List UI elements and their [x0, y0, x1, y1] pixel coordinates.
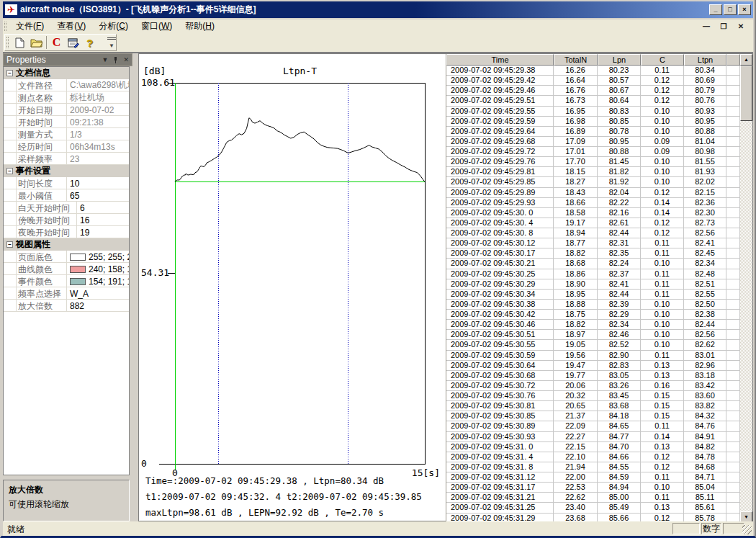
table-row[interactable]: 2009-07-02 09:45:29.4216.6480.570.1280.6… [446, 76, 740, 86]
column-header-totaln[interactable]: TotalN [554, 54, 598, 66]
scroll-up-button[interactable]: ▲ [740, 54, 752, 66]
column-header-filler[interactable] [726, 54, 740, 66]
table-row[interactable]: 2009-07-02 09:45:30. 419.1782.610.1282.7… [446, 218, 740, 228]
color-swatch-icon[interactable] [70, 266, 86, 273]
properties-header[interactable]: Properties ▼ ✕ [3, 53, 132, 66]
table-row[interactable]: 2009-07-02 09:45:30.2918.9082.410.1182.5… [446, 279, 740, 290]
panel-menu-icon[interactable]: ▼ [102, 56, 109, 63]
property-value[interactable]: 65 [67, 189, 129, 201]
table-row[interactable]: 2009-07-02 09:45:29.9318.6682.220.1482.3… [446, 198, 740, 208]
menu-item-1[interactable]: 查看(V) [50, 19, 92, 32]
table-row[interactable]: 2009-07-02 09:45:30.6819.7783.050.1383.1… [446, 371, 740, 381]
minimize-button[interactable]: _ [709, 4, 722, 15]
table-row[interactable]: 2009-07-02 09:45:31. 422.1084.660.1284.7… [446, 452, 740, 462]
table-row[interactable]: 2009-07-02 09:45:30.7220.0683.260.1683.4… [446, 381, 740, 391]
color-swatch-icon[interactable] [70, 278, 86, 285]
table-row[interactable]: 2009-07-02 09:45:30.5118.9782.460.1082.5… [446, 330, 740, 340]
table-row[interactable]: 2009-07-02 09:45:29.5516.9580.830.1080.9… [446, 107, 740, 117]
property-value[interactable]: 栎社机场 [67, 91, 129, 103]
column-header-ltpn[interactable]: Ltpn [684, 54, 726, 66]
toolbar-grip[interactable] [6, 37, 9, 48]
mdi-minimize-button[interactable]: — [701, 22, 711, 30]
property-value[interactable]: 255; 255; 255 [67, 251, 129, 262]
table-row[interactable]: 2009-07-02 09:45:30.4218.7582.290.1082.3… [446, 310, 740, 320]
property-value[interactable]: 154; 191; 187 [67, 275, 129, 287]
table-row[interactable]: 2009-07-02 09:45:30.3418.9582.440.1182.5… [446, 290, 740, 300]
menu-item-3[interactable]: 窗口(W) [135, 19, 179, 32]
table-row[interactable]: 2009-07-02 09:45:30. 018.5882.160.1482.3… [446, 208, 740, 218]
table-row[interactable]: 2009-07-02 09:45:30.9322.2784.770.1484.9… [446, 432, 740, 442]
table-row[interactable]: 2009-07-02 09:45:30.8521.3784.180.1584.3… [446, 411, 740, 421]
table-row[interactable]: 2009-07-02 09:45:30.7620.3283.450.1583.6… [446, 391, 740, 401]
property-value[interactable]: 6 [77, 202, 129, 213]
table-row[interactable]: 2009-07-02 09:45:29.5916.9880.850.1080.9… [446, 117, 740, 127]
property-value[interactable]: 1/3 [67, 128, 129, 140]
color-swatch-icon[interactable] [70, 254, 86, 261]
table-row[interactable]: 2009-07-02 09:45:30.5519.0582.520.1082.6… [446, 340, 740, 350]
open-file-button[interactable] [28, 35, 45, 50]
maximize-button[interactable]: □ [724, 4, 737, 15]
menu-grip[interactable] [4, 22, 6, 31]
property-section-header[interactable]: −视图属性 [4, 238, 129, 251]
table-row[interactable]: 2009-07-02 09:45:29.4616.7680.670.1280.7… [446, 86, 740, 96]
mdi-close-button[interactable]: ✕ [736, 22, 746, 30]
column-header-lpn[interactable]: Lpn [598, 54, 641, 66]
table-row[interactable]: 2009-07-02 09:45:29.7217.0180.880.0980.9… [446, 147, 740, 157]
analysis-button[interactable]: C [48, 35, 65, 50]
table-row[interactable]: 2009-07-02 09:45:29.8518.2781.920.1082.0… [446, 177, 740, 187]
menu-item-0[interactable]: 文件(F) [9, 19, 50, 32]
property-value[interactable]: 06h34m13s [67, 140, 129, 152]
table-row[interactable]: 2009-07-02 09:45:29.5116.7380.640.1280.7… [446, 96, 740, 106]
column-header-time[interactable]: Time [446, 54, 554, 66]
table-row[interactable]: 2009-07-02 09:45:31.1222.0084.590.1184.7… [446, 472, 740, 483]
table-row[interactable]: 2009-07-02 09:45:30.2118.6882.240.1082.3… [446, 259, 740, 269]
ltpn-chart[interactable]: [dB]Ltpn-T108.6154.310015[s]Time=:2009-0… [139, 54, 446, 523]
toolbar-overflow-icon[interactable]: ▼ [107, 37, 116, 48]
table-row[interactable]: 2009-07-02 09:45:29.8118.1581.820.1081.9… [446, 167, 740, 177]
property-value[interactable]: 882 [67, 300, 129, 311]
collapse-icon[interactable]: − [6, 168, 13, 174]
table-row[interactable]: 2009-07-02 09:45:31.2122.6285.000.1185.1… [446, 493, 740, 503]
help-button[interactable]: ? [81, 35, 98, 50]
new-file-button[interactable] [12, 35, 28, 50]
table-row[interactable]: 2009-07-02 09:45:29.6416.8980.780.1080.8… [446, 127, 740, 137]
close-button[interactable]: × [738, 4, 751, 15]
property-value[interactable]: 09:21:38 [67, 116, 129, 127]
property-value[interactable]: 10 [67, 177, 129, 189]
property-section-header[interactable]: −事件设置 [4, 165, 129, 177]
panel-close-icon[interactable]: ✕ [123, 56, 129, 63]
table-row[interactable]: 2009-07-02 09:45:30.8922.0984.650.1184.7… [446, 421, 740, 431]
table-row[interactable]: 2009-07-02 09:45:30.2518.8682.370.1182.4… [446, 269, 740, 279]
menu-item-4[interactable]: 帮助(H) [179, 19, 221, 32]
collapse-icon[interactable]: − [6, 70, 13, 76]
table-row[interactable]: 2009-07-02 09:45:31. 022.1584.700.1384.8… [446, 442, 740, 452]
mdi-restore-button[interactable]: ❐ [719, 22, 729, 30]
pin-icon[interactable] [113, 57, 118, 63]
scroll-track[interactable] [740, 66, 752, 511]
collapse-icon[interactable]: − [6, 241, 13, 248]
property-value[interactable]: 2009-07-02 [67, 104, 129, 115]
column-header-c[interactable]: C [641, 54, 684, 66]
table-row[interactable]: 2009-07-02 09:45:31. 821.9484.550.1284.6… [446, 462, 740, 472]
menu-item-2[interactable]: 分析(C) [92, 19, 135, 32]
property-value[interactable]: C:\awa6298\机场 [67, 79, 129, 91]
table-row[interactable]: 2009-07-02 09:45:29.7617.7081.450.1081.5… [446, 157, 740, 167]
table-row[interactable]: 2009-07-02 09:45:29.3816.2680.230.1180.3… [446, 66, 740, 76]
table-row[interactable]: 2009-07-02 09:45:29.6817.0980.950.0981.0… [446, 137, 740, 147]
table-row[interactable]: 2009-07-02 09:45:31.2523.4085.490.1385.6… [446, 503, 740, 513]
table-row[interactable]: 2009-07-02 09:45:30.1218.7782.310.1182.4… [446, 238, 740, 248]
scroll-thumb[interactable] [740, 66, 752, 121]
property-value[interactable]: 240; 158; 158 [67, 263, 129, 274]
table-row[interactable]: 2009-07-02 09:45:30.5919.5682.900.1183.0… [446, 351, 740, 361]
resize-grip[interactable] [742, 525, 752, 534]
property-value[interactable]: W_A [67, 287, 129, 299]
table-row[interactable]: 2009-07-02 09:45:30.4618.8282.340.1082.4… [446, 320, 740, 330]
table-row[interactable]: 2009-07-02 09:45:31.1722.5384.940.1085.0… [446, 483, 740, 493]
table-row[interactable]: 2009-07-02 09:45:30.3818.8882.390.1082.5… [446, 300, 740, 310]
table-row[interactable]: 2009-07-02 09:45:29.8918.4382.040.1282.1… [446, 188, 740, 198]
property-value[interactable]: 23 [67, 153, 129, 164]
table-row[interactable]: 2009-07-02 09:45:30. 818.9482.440.1282.5… [446, 228, 740, 238]
table-row[interactable]: 2009-07-02 09:45:30.1718.8282.350.1182.4… [446, 248, 740, 259]
property-value[interactable]: 19 [77, 226, 129, 238]
properties-button[interactable] [65, 35, 81, 50]
